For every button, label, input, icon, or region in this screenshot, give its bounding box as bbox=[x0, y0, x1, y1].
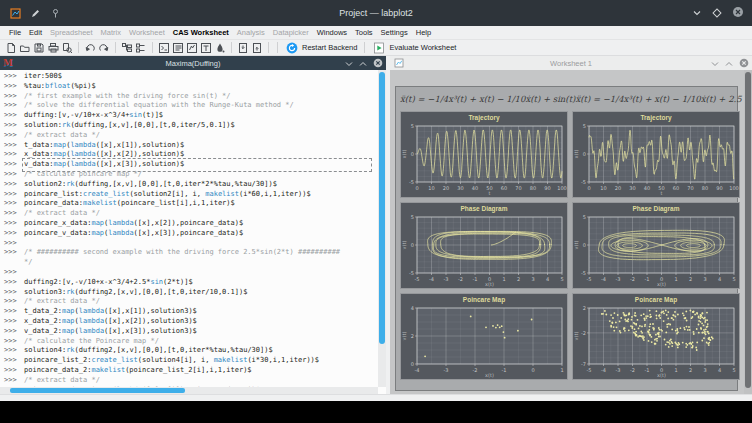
redo-icon[interactable] bbox=[97, 41, 111, 55]
cas-line[interactable]: >>>solution4:rk(duffing2,[x,v],[0,0],[t,… bbox=[0, 346, 378, 356]
minimize-button[interactable] bbox=[692, 4, 702, 22]
panel-minimize-button[interactable] bbox=[345, 54, 353, 72]
save-icon[interactable] bbox=[32, 41, 46, 55]
panel-minimize-button[interactable] bbox=[711, 54, 719, 72]
svg-text:2: 2 bbox=[517, 276, 520, 282]
cas-line[interactable]: >>> bbox=[0, 239, 378, 249]
svg-text:60: 60 bbox=[501, 185, 507, 191]
cas-line[interactable]: >>>v_data_2:map(lambda([x],x[3]),solutio… bbox=[0, 327, 378, 337]
plot-title: Phase Diagram bbox=[401, 203, 567, 213]
worksheet-vertical-scrollbar[interactable] bbox=[744, 70, 752, 394]
cas-line[interactable]: >>>solution:rk(duffing,[x,v],[0,0],[t,0,… bbox=[0, 121, 378, 131]
cas-prompt: >>> bbox=[0, 72, 24, 82]
cas-code-editor[interactable]: >>>iter:500$>>>%tau:bfloat(%pi)$>>>/* fi… bbox=[0, 70, 378, 387]
cas-line[interactable]: >>>poincare_list_2:create_list(solution4… bbox=[0, 356, 378, 366]
cas-line[interactable]: >>>t_data_2:map(lambda([x],x[1]),solutio… bbox=[0, 307, 378, 317]
cas-line[interactable]: >>>duffing2:[v,-v/10+x-x^3/4+2.5*sin(2*t… bbox=[0, 278, 378, 288]
cas-line[interactable]: >>>solution3:rk(duffing2,[x,v],[0,0],[t,… bbox=[0, 288, 378, 298]
cas-line[interactable]: >>>/* solve the differential equation wi… bbox=[0, 101, 378, 111]
cas-line[interactable]: >>>/* extract data */ bbox=[0, 297, 378, 307]
menu-item-windows[interactable]: Windows bbox=[313, 28, 351, 37]
menu-item-help[interactable]: Help bbox=[412, 28, 435, 37]
menu-item-edit[interactable]: Edit bbox=[25, 28, 46, 37]
new-document-icon[interactable] bbox=[4, 41, 18, 55]
insert-command-entry-icon[interactable] bbox=[157, 41, 171, 55]
undo-icon[interactable] bbox=[83, 41, 97, 55]
insert-text-entry-icon[interactable] bbox=[199, 41, 213, 55]
cas-line[interactable]: >>>x_data:map(lambda([x],x[2]),solution)… bbox=[0, 150, 378, 160]
app-window: Project — labplot2 FileEditSpreadsheetMa… bbox=[0, 0, 752, 401]
collapse-all-entries-icon[interactable] bbox=[134, 41, 148, 55]
cas-prompt: >>> bbox=[0, 239, 24, 249]
insert-page-break-before-icon[interactable] bbox=[236, 41, 250, 55]
svg-text:20: 20 bbox=[615, 185, 621, 191]
syntax-highlighting-icon[interactable] bbox=[213, 41, 227, 55]
open-file-icon[interactable] bbox=[18, 41, 32, 55]
panel-close-button[interactable] bbox=[373, 54, 383, 72]
svg-text:x(t): x(t) bbox=[485, 281, 494, 287]
cas-line[interactable]: >>>/* ########## second example with the… bbox=[0, 248, 378, 258]
cas-line[interactable]: >>>/* calculate the Poincare map */ bbox=[0, 337, 378, 347]
svg-text:4: 4 bbox=[718, 367, 721, 373]
cas-line-continuation[interactable]: */ bbox=[0, 258, 378, 268]
cas-line[interactable]: >>>%tau:bfloat(%pi)$ bbox=[0, 82, 378, 92]
toolbar-separator bbox=[231, 42, 232, 53]
svg-text:70: 70 bbox=[515, 185, 521, 191]
evaluate-worksheet-button[interactable]: Evaluate Worksheet bbox=[369, 41, 459, 55]
cas-line[interactable]: >>>poincare_x_data:map(lambda([x],x[2]),… bbox=[0, 219, 378, 229]
cas-vertical-scrollbar[interactable] bbox=[378, 70, 386, 387]
cas-line[interactable]: >>>/* first example with the driving for… bbox=[0, 92, 378, 102]
cas-line[interactable]: >>>poincare_data_2:makelist(poincare_lis… bbox=[0, 366, 378, 376]
menu-item-tools[interactable]: Tools bbox=[351, 28, 377, 37]
close-button[interactable] bbox=[732, 4, 744, 22]
cas-line[interactable]: >>>iter:500$ bbox=[0, 72, 378, 82]
panel-restore-button[interactable] bbox=[725, 54, 733, 72]
menu-item-file[interactable]: File bbox=[5, 28, 25, 37]
plot-trajectory-2[interactable]: Trajectory0102030405060708090100-505tx(t… bbox=[572, 111, 740, 198]
window-titlebar[interactable]: Project — labplot2 bbox=[0, 0, 752, 26]
cas-prompt: >>> bbox=[0, 209, 24, 219]
cas-panel-titlebar[interactable]: M Maxima(Duffing) bbox=[0, 56, 386, 70]
plot-phase-diagram-1[interactable]: Phase Diagram-5-4-3-2-1012345-505x(t)v(t… bbox=[400, 202, 568, 289]
svg-text:-5: -5 bbox=[409, 179, 414, 185]
cas-line[interactable]: >>>/* extract data */ bbox=[0, 131, 378, 141]
cas-line[interactable]: >>>/* extract data */ bbox=[0, 376, 378, 386]
plot-trajectory-1[interactable]: Trajectory0102030405060708090100-505tx(t… bbox=[400, 111, 568, 198]
worksheet-panel-titlebar[interactable]: Worksheet 1 bbox=[390, 56, 752, 70]
print-preview-icon[interactable] bbox=[60, 41, 74, 55]
panel-close-button[interactable] bbox=[739, 54, 749, 72]
cas-line[interactable]: >>>/* calculate poincare map */ bbox=[0, 170, 378, 180]
menu-item-cas-worksheet[interactable]: CAS Worksheet bbox=[169, 28, 233, 37]
plot-phase-diagram-2[interactable]: Phase Diagram-5-4-3-2-1012345-505x(t)v(t… bbox=[572, 202, 740, 289]
cas-line[interactable]: >>>poincare_v_data:map(lambda([x],x[3]),… bbox=[0, 229, 378, 239]
maximize-button[interactable] bbox=[712, 4, 722, 22]
plot-poincare-map-2[interactable]: Poincare Map-5-4-3-2-10123452-2-7x(t)v(t… bbox=[572, 293, 740, 380]
cas-line[interactable]: >>>/* extract data */ bbox=[0, 209, 378, 219]
insert-page-break-after-icon[interactable] bbox=[250, 41, 264, 55]
menu-item-settings[interactable]: Settings bbox=[377, 28, 412, 37]
svg-text:-7: -7 bbox=[581, 361, 586, 367]
insert-equation-entry-icon[interactable] bbox=[185, 41, 199, 55]
svg-text:x(t): x(t) bbox=[573, 150, 579, 159]
insert-comment-entry-icon[interactable] bbox=[171, 41, 185, 55]
cas-line[interactable]: >>>duffing:[v,-v/10+x-x^3/4+sin(t)]$ bbox=[0, 111, 378, 121]
cas-line[interactable]: >>>v_data:map(lambda([x],x[3]),solution)… bbox=[0, 160, 378, 170]
cas-line[interactable]: >>> bbox=[0, 268, 378, 278]
svg-text:-5: -5 bbox=[409, 270, 414, 276]
cas-line[interactable]: >>>poincare_list:create_list(solution2[i… bbox=[0, 190, 378, 200]
cas-horizontal-scrollbar[interactable] bbox=[0, 387, 378, 394]
print-icon[interactable] bbox=[46, 41, 60, 55]
cas-line[interactable]: >>>poincare_data:makelist(poincare_list[… bbox=[0, 199, 378, 209]
panel-restore-button[interactable] bbox=[359, 54, 367, 72]
expand-all-entries-icon[interactable] bbox=[120, 41, 134, 55]
plot-poincare-map-1[interactable]: Poincare Map-4-3-2-101024x(t)v(t) bbox=[400, 293, 568, 380]
cas-line[interactable]: >>>solution2:rk(duffing,[x,v],[0,0],[t,0… bbox=[0, 180, 378, 190]
restart-backend-button[interactable]: Restart Backend bbox=[282, 41, 360, 55]
restart-backend-icon bbox=[285, 41, 299, 55]
cas-line[interactable]: >>>x_data_2:map(lambda([x],x[2]),solutio… bbox=[0, 317, 378, 327]
worksheet-view[interactable]: ẍ(t) = −1/4x³(t) + x(t) − 1/10ẋ(t) + sin… bbox=[390, 70, 744, 394]
svg-text:-4: -4 bbox=[601, 367, 606, 373]
svg-text:-5: -5 bbox=[587, 367, 592, 373]
cas-line[interactable]: >>>t_data:map(lambda([x],x[1]),solution)… bbox=[0, 141, 378, 151]
toolbar-separator bbox=[115, 42, 116, 53]
